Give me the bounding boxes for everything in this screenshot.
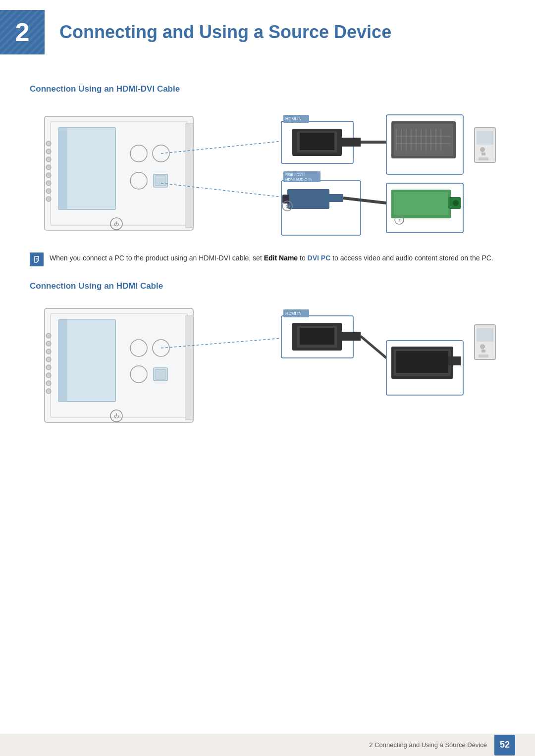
svg-rect-38	[328, 194, 343, 202]
svg-rect-3	[58, 128, 67, 209]
svg-rect-73	[58, 320, 67, 402]
svg-point-12	[46, 197, 51, 202]
svg-text:①: ①	[398, 218, 401, 223]
svg-text:⏻: ⏻	[285, 204, 290, 209]
section1-heading: Connection Using an HDMI-DVI Cable	[30, 84, 505, 94]
svg-point-80	[46, 373, 51, 378]
section2-heading: Connection Using an HDMI Cable	[30, 281, 505, 291]
svg-rect-65	[482, 152, 485, 155]
note-box: When you connect a PC to the product usi…	[30, 252, 505, 266]
hdmi-diagram: ⏻ HDMI IN	[30, 301, 505, 430]
svg-rect-96	[300, 328, 334, 345]
svg-rect-27	[300, 133, 334, 150]
hdmi-dvi-svg: ⏻ HDMI IN RGB / DVI / HDMI AUDIO IN ⏻	[30, 104, 505, 243]
svg-text:RGB / DVI /: RGB / DVI /	[285, 172, 305, 177]
svg-rect-74	[186, 316, 193, 420]
svg-rect-34	[287, 189, 329, 209]
svg-rect-42	[394, 124, 453, 156]
svg-rect-108	[479, 354, 488, 357]
svg-point-9	[46, 173, 51, 178]
chapter-title: Connecting and Using a Source Device	[59, 22, 391, 43]
svg-point-78	[46, 357, 51, 362]
svg-rect-105	[477, 328, 493, 342]
svg-text:HDMI IN: HDMI IN	[285, 116, 302, 121]
page-header: 2 Connecting and Using a Source Device	[0, 0, 535, 69]
chapter-number: 2	[15, 17, 30, 47]
svg-point-106	[481, 345, 484, 349]
page-footer: 2 Connecting and Using a Source Device 5…	[0, 734, 535, 756]
svg-rect-63	[477, 131, 493, 145]
svg-point-10	[46, 181, 51, 186]
svg-rect-87	[155, 369, 166, 379]
svg-point-11	[46, 189, 51, 194]
chapter-number-block: 2	[0, 10, 45, 54]
note-icon	[30, 252, 44, 266]
svg-point-79	[46, 365, 51, 370]
svg-point-5	[46, 141, 51, 146]
svg-rect-28	[341, 138, 361, 147]
svg-point-76	[46, 341, 51, 346]
svg-rect-4	[186, 124, 193, 228]
svg-text:HDMI AUDIO IN: HDMI AUDIO IN	[285, 177, 312, 182]
svg-point-6	[46, 149, 51, 154]
svg-rect-35	[282, 195, 289, 203]
svg-point-81	[46, 381, 51, 386]
svg-rect-103	[448, 356, 461, 365]
footer-page-number: 52	[494, 735, 515, 756]
hdmi-dvi-diagram: ⏻ HDMI IN RGB / DVI / HDMI AUDIO IN ⏻	[30, 104, 505, 243]
svg-point-82	[46, 389, 51, 394]
svg-rect-67	[30, 252, 44, 266]
svg-text:⏻: ⏻	[114, 221, 119, 227]
svg-rect-97	[341, 332, 361, 341]
svg-text:HDMI IN: HDMI IN	[285, 311, 302, 316]
note-text: When you connect a PC to the product usi…	[50, 252, 493, 263]
svg-point-59	[453, 200, 459, 206]
svg-rect-107	[482, 350, 485, 353]
svg-rect-66	[479, 157, 488, 160]
svg-rect-102	[396, 351, 448, 373]
svg-rect-57	[394, 192, 448, 215]
hdmi-svg: ⏻ HDMI IN	[30, 301, 505, 430]
svg-point-75	[46, 333, 51, 338]
svg-point-77	[46, 349, 51, 354]
svg-line-98	[361, 336, 386, 358]
svg-point-8	[46, 165, 51, 170]
svg-point-64	[481, 148, 484, 151]
svg-rect-17	[155, 176, 166, 186]
footer-chapter-text: 2 Connecting and Using a Source Device	[369, 741, 487, 749]
svg-text:⏻: ⏻	[114, 413, 119, 419]
svg-point-7	[46, 157, 51, 162]
